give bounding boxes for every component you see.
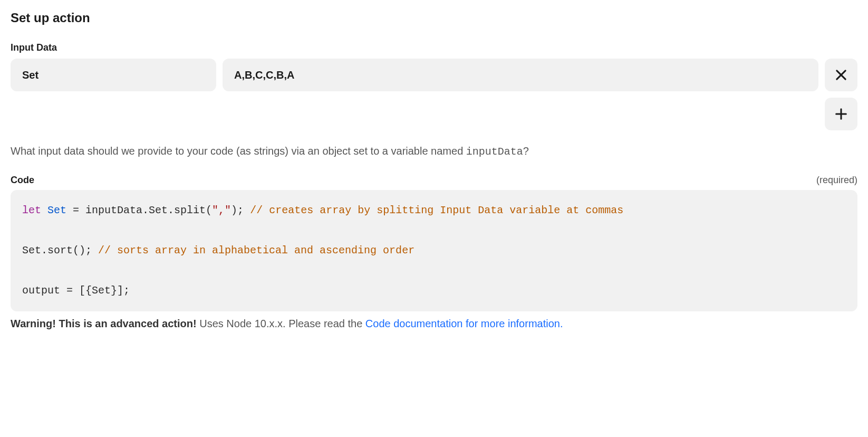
code-section: Code (required) let Set = inputData.Set.… bbox=[11, 175, 857, 330]
input-data-key-field[interactable] bbox=[11, 59, 216, 91]
code-required-label: (required) bbox=[816, 175, 857, 186]
helper-suffix: ? bbox=[523, 145, 529, 157]
remove-row-button[interactable] bbox=[825, 59, 857, 91]
code-label: Code bbox=[11, 175, 34, 186]
code-docs-link[interactable]: Code documentation for more information. bbox=[365, 318, 563, 329]
input-data-helper: What input data should we provide to you… bbox=[11, 143, 857, 160]
add-row-button[interactable] bbox=[825, 98, 857, 130]
input-data-value-field[interactable] bbox=[223, 59, 818, 91]
page-title: Set up action bbox=[11, 11, 857, 25]
helper-prefix: What input data should we provide to you… bbox=[11, 145, 466, 157]
warning-bold: Warning! This is an advanced action! bbox=[11, 318, 197, 329]
code-editor[interactable]: let Set = inputData.Set.split(","); // c… bbox=[11, 190, 857, 311]
warning-line: Warning! This is an advanced action! Use… bbox=[11, 318, 857, 330]
input-data-label: Input Data bbox=[11, 42, 857, 53]
helper-varname: inputData bbox=[466, 146, 523, 158]
input-data-section: Input Data What input data should we pro… bbox=[11, 42, 857, 160]
close-icon bbox=[834, 68, 848, 82]
warning-middle: Uses Node 10.x.x. Please read the bbox=[197, 318, 365, 329]
plus-icon bbox=[834, 107, 848, 121]
input-data-row bbox=[11, 59, 857, 91]
